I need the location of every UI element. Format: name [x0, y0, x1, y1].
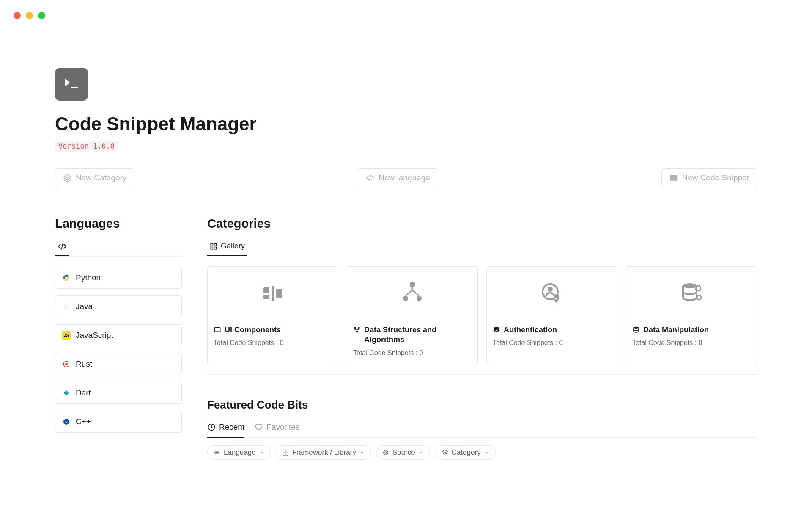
svg-point-2: [65, 363, 68, 365]
svg-rect-0: [670, 175, 677, 180]
ui-components-icon: [208, 267, 338, 320]
language-card-python[interactable]: Python: [55, 267, 182, 289]
svg-rect-9: [263, 287, 269, 293]
languages-tabstrip: [55, 238, 182, 257]
clock-icon: [207, 423, 216, 431]
languages-heading: Languages: [55, 217, 182, 231]
language-card-dart[interactable]: Dart: [55, 382, 182, 404]
category-card-dsa[interactable]: Data Structures and Algorithms Total Cod…: [347, 266, 478, 364]
version-badge: Version 1.0.0: [55, 141, 118, 152]
filter-source[interactable]: Source: [376, 445, 430, 460]
close-window-button[interactable]: [14, 12, 21, 19]
card-meta: Total Code Snippets : 0: [214, 339, 332, 347]
category-card-data-manipulation[interactable]: Data Manipulation Total Code Snippets : …: [626, 266, 757, 364]
svg-rect-27: [283, 450, 285, 452]
filter-label: Framework / Library: [292, 448, 356, 457]
language-card-cpp[interactable]: C C++: [55, 411, 182, 433]
chevron-down-icon: [419, 450, 424, 455]
svg-rect-7: [211, 247, 213, 249]
language-label: Rust: [76, 359, 92, 369]
tab-label: Recent: [219, 422, 244, 432]
new-language-button[interactable]: New language: [358, 168, 438, 187]
svg-rect-11: [276, 289, 282, 298]
algorithm-icon: [347, 267, 477, 320]
categories-tabstrip: Gallery: [207, 238, 757, 256]
card-title: Data Manipulation: [643, 325, 709, 335]
categories-gallery-tab[interactable]: Gallery: [207, 238, 247, 256]
language-card-java[interactable]: Java: [55, 295, 182, 318]
language-card-javascript[interactable]: JS JavaScript: [55, 324, 182, 346]
svg-rect-14: [410, 282, 415, 287]
language-label: Python: [76, 273, 101, 282]
svg-rect-12: [272, 286, 274, 301]
language-label: Java: [76, 302, 93, 311]
filter-framework[interactable]: Framework / Library: [276, 445, 371, 460]
svg-text:C: C: [65, 420, 68, 424]
terminal-icon: [669, 174, 678, 182]
filter-label: Category: [452, 448, 481, 457]
categories-gallery: UI Components Total Code Snippets : 0 Da…: [207, 266, 757, 375]
new-code-snippet-button[interactable]: New Code Snippet: [661, 168, 757, 187]
chevron-down-icon: [484, 450, 489, 455]
card-title: Data Structures and Algorithms: [364, 325, 472, 345]
card-title: UI Components: [225, 325, 281, 335]
category-card-authentication[interactable]: Authentication Total Code Snippets : 0: [486, 266, 617, 364]
category-card-ui-components[interactable]: UI Components Total Code Snippets : 0: [207, 266, 338, 364]
database-small-icon: [632, 326, 640, 334]
heart-icon: [255, 423, 263, 431]
page-title: Code Snippet Manager: [55, 113, 757, 135]
dart-icon: [62, 389, 71, 397]
card-title: Authentication: [504, 325, 557, 335]
categories-heading: Categories: [207, 217, 757, 231]
svg-point-17: [354, 327, 356, 329]
python-icon: [62, 273, 71, 282]
window-icon: [214, 326, 221, 334]
svg-point-15: [403, 296, 408, 301]
language-label: JavaScript: [76, 331, 113, 340]
layers-icon: [442, 449, 448, 456]
svg-point-31: [383, 450, 388, 455]
svg-point-16: [417, 296, 422, 301]
card-meta: Total Code Snippets : 0: [353, 349, 472, 357]
chevron-down-icon: [359, 450, 365, 455]
button-label: New Code Snippet: [682, 173, 749, 182]
button-label: New language: [379, 173, 430, 182]
zoom-window-button[interactable]: [38, 12, 45, 19]
auth-icon: [487, 267, 617, 320]
window-traffic-lights: [14, 12, 45, 19]
featured-heading: Featured Code Bits: [207, 398, 757, 411]
language-label: Dart: [76, 388, 91, 398]
js-icon: JS: [62, 331, 71, 340]
featured-recent-tab[interactable]: Recent: [207, 419, 244, 438]
button-label: New Category: [76, 173, 126, 182]
featured-favorites-tab[interactable]: Favorites: [255, 419, 299, 437]
svg-rect-6: [214, 243, 217, 246]
svg-point-21: [548, 287, 553, 292]
featured-tabstrip: Recent Favorites: [207, 419, 757, 438]
tab-label: Favorites: [266, 422, 299, 432]
featured-filters: Language Framework / Library Source Cate…: [207, 445, 757, 460]
languages-code-tab[interactable]: [55, 238, 69, 256]
chevron-down-icon: [259, 450, 264, 455]
language-card-rust[interactable]: Rust: [55, 353, 182, 375]
code-icon: [58, 242, 67, 251]
app-terminal-icon: [55, 68, 88, 101]
filter-language[interactable]: Language: [207, 445, 271, 460]
rust-icon: [62, 360, 71, 368]
svg-rect-8: [214, 247, 217, 249]
svg-rect-10: [263, 295, 269, 299]
filter-label: Language: [224, 448, 256, 457]
verified-icon: [493, 326, 500, 334]
grid-icon: [282, 449, 289, 456]
svg-rect-5: [211, 243, 213, 246]
minimize-window-button[interactable]: [26, 12, 33, 19]
svg-point-19: [357, 331, 358, 332]
svg-point-22: [683, 283, 697, 288]
filter-category[interactable]: Category: [435, 445, 496, 460]
card-meta: Total Code Snippets : 0: [493, 339, 611, 347]
layers-icon: [63, 174, 71, 182]
svg-rect-13: [214, 328, 220, 332]
flow-icon: [353, 326, 361, 334]
gallery-icon: [210, 243, 217, 250]
new-category-button[interactable]: New Category: [55, 168, 134, 187]
